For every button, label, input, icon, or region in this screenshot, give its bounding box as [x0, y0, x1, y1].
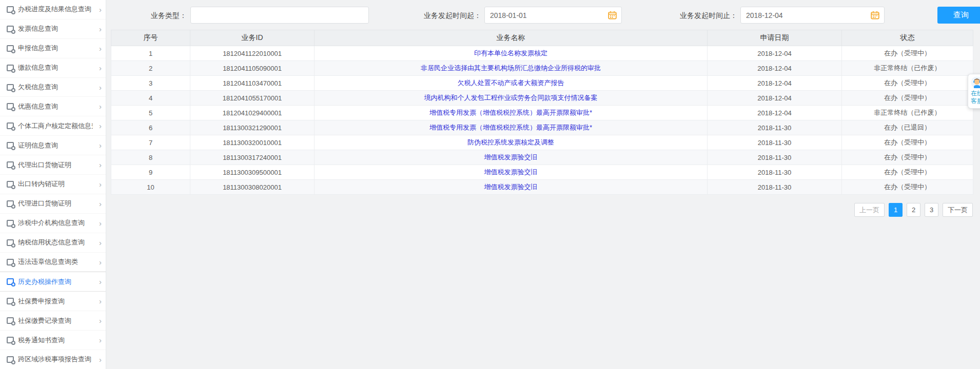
cell-apply-date: 2018-11-30: [708, 165, 842, 180]
social-fee-declare-icon: [7, 298, 14, 304]
business-name-link[interactable]: 印有本单位名称发票核定: [474, 49, 547, 57]
chevron-right-icon: ›: [99, 45, 102, 52]
date-to-input[interactable]: [740, 7, 885, 24]
pagination-next-button[interactable]: 下一页: [943, 203, 973, 217]
sidebar-item-label: 优惠信息查询: [18, 102, 58, 111]
chevron-right-icon: ›: [99, 317, 102, 324]
table-row: 7 1811300320010001 防伪税控系统发票核定及调整 2018-11…: [111, 135, 973, 150]
cross-region-report-icon: [7, 356, 14, 363]
preferential-info-icon: [7, 103, 14, 110]
business-name-link[interactable]: 增值税发票验交旧: [484, 168, 538, 176]
table-row: 8 1811300317240001 增值税发票验交旧 2018-11-30 在…: [111, 150, 973, 165]
cell-seq: 3: [111, 76, 190, 91]
sidebar-item-violation-info[interactable]: 违法违章信息查询类 ›: [0, 253, 106, 272]
cell-business-id: 1811300321290001: [190, 120, 315, 135]
cell-business-id: 1812041105090001: [190, 61, 315, 76]
chevron-right-icon: ›: [99, 258, 102, 266]
sidebar-item-label: 欠税信息查询: [18, 83, 58, 92]
online-service-widget[interactable]: 在线 客服: [968, 74, 980, 109]
chevron-right-icon: ›: [99, 180, 102, 188]
sidebar-item-social-fee-declare[interactable]: 社保费申报查询 ›: [0, 292, 106, 311]
sidebar-item-label: 申报信息查询: [18, 44, 58, 53]
business-name-link[interactable]: 境内机构和个人发包工程作业或劳务合同款项支付情况备案: [424, 94, 598, 101]
agent-import-cert-icon: [7, 200, 14, 207]
sidebar-item-label: 纳税信用状态信息查询: [18, 238, 85, 247]
cell-apply-date: 2018-11-30: [708, 120, 842, 135]
cell-status: 在办（受理中）: [842, 91, 973, 106]
cell-apply-date: 2018-11-30: [708, 180, 842, 195]
sidebar-item-export-to-domestic-cert[interactable]: 出口转内销证明 ›: [0, 175, 106, 194]
sidebar-item-cross-region-report[interactable]: 跨区域涉税事项报告查询 ›: [0, 350, 106, 369]
calendar-icon[interactable]: [608, 11, 617, 19]
business-name-link[interactable]: 增值税专用发票（增值税税控系统）最高开票限额审批*: [429, 109, 592, 116]
certificate-info-icon: [7, 142, 14, 149]
violation-info-icon: [7, 259, 14, 265]
pagination-page-3[interactable]: 3: [925, 203, 938, 217]
sidebar-item-tax-notice[interactable]: 税务通知书查询 ›: [0, 331, 106, 350]
table-row: 2 1812041105090001 非居民企业选择由其主要机构场所汇总缴纳企业…: [111, 61, 973, 76]
calendar-icon[interactable]: [871, 11, 879, 19]
business-name-link[interactable]: 欠税人处置不动产或者大额资产报告: [458, 79, 564, 87]
sidebar-item-preferential-info[interactable]: 优惠信息查询 ›: [0, 97, 106, 116]
chevron-right-icon: ›: [99, 297, 102, 305]
cell-apply-date: 2018-12-04: [708, 91, 842, 106]
sidebar-item-label: 证明信息查询: [18, 141, 58, 150]
cell-seq: 10: [111, 180, 190, 195]
cell-apply-date: 2018-12-04: [708, 106, 842, 120]
cell-status: 在办（受理中）: [842, 165, 973, 180]
business-name-link[interactable]: 增值税专用发票（增值税税控系统）最高开票限额审批*: [429, 124, 592, 131]
chevron-right-icon: ›: [99, 141, 102, 149]
cell-business-id: 1812041103470001: [190, 76, 315, 91]
column-header: 序号: [111, 30, 190, 46]
query-button[interactable]: 查询: [937, 7, 980, 24]
cell-business-id: 1811300320010001: [190, 135, 315, 150]
sidebar-item-invoice-info[interactable]: 发票信息查询 ›: [0, 19, 106, 39]
sidebar-item-individual-quota-info[interactable]: 个体工商户核定定额信息查询 ›: [0, 116, 106, 136]
chevron-right-icon: ›: [99, 6, 102, 13]
date-from-label: 业务发起时间起：: [407, 7, 481, 24]
sidebar-item-label: 办税进度及结果信息查询: [18, 5, 91, 14]
business-name-link[interactable]: 防伪税控系统发票核定及调整: [467, 138, 554, 146]
sidebar-item-history-tax-operation[interactable]: 历史办税操作查询 ›: [0, 272, 106, 292]
sidebar-item-tax-progress-result[interactable]: 办税进度及结果信息查询 ›: [0, 0, 106, 19]
export-to-domestic-cert-icon: [7, 181, 14, 188]
sidebar-item-declaration-info[interactable]: 申报信息查询 ›: [0, 39, 106, 58]
sidebar-item-tax-intermediary-info[interactable]: 涉税中介机构信息查询 ›: [0, 214, 106, 233]
column-header: 申请日期: [708, 30, 842, 46]
cell-seq: 2: [111, 61, 190, 76]
cell-status: 在办（受理中）: [842, 135, 973, 150]
table-row: 4 1812041055170001 境内机构和个人发包工程作业或劳务合同款项支…: [111, 91, 973, 106]
sidebar-item-label: 代理出口货物证明: [18, 160, 71, 170]
table-row: 10 1811300308020001 增值税发票验交旧 2018-11-30 …: [111, 180, 973, 195]
pagination-page-2[interactable]: 2: [907, 203, 920, 217]
table-row: 3 1812041103470001 欠税人处置不动产或者大额资产报告 2018…: [111, 76, 973, 91]
sidebar-item-agent-import-cert[interactable]: 代理进口货物证明 ›: [0, 194, 106, 214]
sidebar-item-payment-info[interactable]: 缴款信息查询 ›: [0, 58, 106, 78]
table-row: 5 1812041029400001 增值税专用发票（增值税税控系统）最高开票限…: [111, 106, 973, 120]
column-header: 业务ID: [190, 30, 315, 46]
sidebar-item-agent-export-cert[interactable]: 代理出口货物证明 ›: [0, 155, 106, 175]
service-label-line2: 客服: [971, 97, 980, 105]
sidebar-item-tax-arrears-info[interactable]: 欠税信息查询 ›: [0, 78, 106, 97]
date-from-input[interactable]: [484, 7, 622, 24]
sidebar-item-social-payment-record[interactable]: 社保缴费记录查询 ›: [0, 311, 106, 331]
sidebar: 办税进度及结果信息查询 › 发票信息查询 › 申报信息查询 › 缴款信息查询 ›…: [0, 0, 106, 369]
chevron-right-icon: ›: [99, 84, 102, 91]
sidebar-item-certificate-info[interactable]: 证明信息查询 ›: [0, 136, 106, 155]
business-type-input[interactable]: [190, 7, 369, 24]
tax-notice-icon: [7, 337, 14, 343]
pagination-page-1[interactable]: 1: [889, 203, 903, 217]
business-name-link[interactable]: 增值税发票验交旧: [484, 153, 538, 161]
cell-status: 在办（受理中）: [842, 180, 973, 195]
column-header: 状态: [842, 30, 973, 46]
business-name-link[interactable]: 增值税发票验交旧: [484, 183, 538, 191]
tax-progress-result-icon: [7, 6, 14, 13]
sidebar-item-label: 社保费申报查询: [18, 297, 65, 306]
sidebar-item-label: 跨区域涉税事项报告查询: [18, 355, 91, 364]
pagination-prev-button[interactable]: 上一页: [854, 203, 885, 217]
sidebar-item-label: 发票信息查询: [18, 24, 58, 33]
social-payment-record-icon: [7, 317, 14, 324]
business-name-link[interactable]: 非居民企业选择由其主要机构场所汇总缴纳企业所得税的审批: [421, 64, 601, 72]
table-row: 1 1812041122010001 印有本单位名称发票核定 2018-12-0…: [111, 46, 973, 61]
sidebar-item-tax-credit-status[interactable]: 纳税信用状态信息查询 ›: [0, 233, 106, 253]
